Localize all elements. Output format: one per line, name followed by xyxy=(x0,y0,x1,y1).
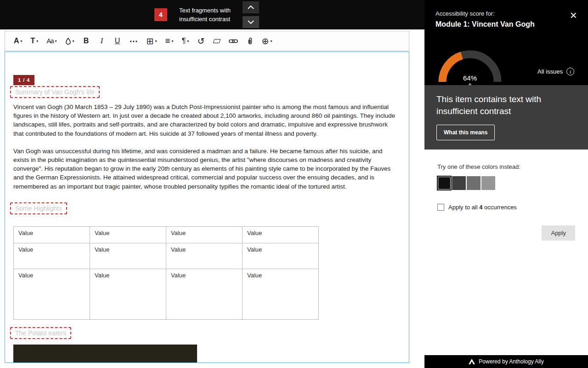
table-cell[interactable]: Value xyxy=(90,269,166,320)
apply-all-label: Apply to all 4 occurrences xyxy=(448,204,517,211)
apply-all-row: Apply to all 4 occurrences xyxy=(437,204,575,211)
chevron-up-icon xyxy=(248,6,254,9)
chevron-down-icon xyxy=(248,20,254,24)
table-cell[interactable]: Value xyxy=(243,227,319,243)
chevron-down-icon: ▾ xyxy=(21,39,23,43)
content-table: Value Value Value Value Value Value Valu… xyxy=(13,226,319,320)
table-row: Value Value Value Value xyxy=(14,269,319,320)
footer-text: Powered by Anthology Ally xyxy=(479,358,543,365)
bold-icon: B xyxy=(84,37,89,45)
align-button[interactable]: ≡ ▾ xyxy=(162,34,176,48)
score-value: 64% xyxy=(435,74,504,82)
previous-issue-button[interactable] xyxy=(243,1,259,13)
panel-score-section: Accessibility score for: Module 1: Vince… xyxy=(424,0,588,85)
issue-navigator: 4 Text fragments with insufficient contr… xyxy=(154,0,259,29)
apply-all-prefix: Apply to all xyxy=(448,204,479,211)
align-icon: ≡ xyxy=(165,36,170,46)
chevron-down-icon: ▾ xyxy=(155,39,157,43)
issue-position-badge: 1 / 4 xyxy=(13,75,34,85)
apply-all-checkbox[interactable] xyxy=(437,204,444,211)
editor-content-area[interactable]: 1 / 4 Summary of Van Gogh's life Vincent… xyxy=(5,52,409,363)
issue-summary-line2: insufficient contrast xyxy=(179,15,231,23)
accessibility-panel: Accessibility score for: Module 1: Vince… xyxy=(424,0,588,368)
table-cell[interactable]: Value xyxy=(166,227,243,243)
chevron-down-icon: ▾ xyxy=(172,39,174,43)
eraser-icon xyxy=(213,39,220,43)
issue-nav-buttons xyxy=(243,1,259,28)
all-issues-button[interactable]: All issues i xyxy=(535,67,577,76)
paragraph-2: Van Gogh was unsuccessful during his lif… xyxy=(13,147,396,191)
apply-button[interactable]: Apply xyxy=(542,225,575,241)
issue-summary-text: Text fragments with insufficient contras… xyxy=(179,6,231,23)
text-style-button[interactable]: T ▾ xyxy=(28,34,42,48)
body-text: Vincent van Gogh (30 March 1853 – 29 Jul… xyxy=(13,103,396,200)
paragraph-icon: ¶ xyxy=(182,37,186,45)
clear-formatting-button[interactable] xyxy=(210,34,224,48)
table-cell[interactable]: Value xyxy=(14,269,90,320)
issue-summary-line1: Text fragments with xyxy=(179,6,231,15)
table-cell[interactable]: Value xyxy=(166,269,243,320)
table-cell[interactable]: Value xyxy=(14,227,90,243)
insert-table-button[interactable]: ⊞ ▾ xyxy=(143,34,160,48)
highlight-color-button[interactable]: ▾ xyxy=(62,34,78,48)
editor-toolbar: A ▾ T ▾ Aa ▾ ▾ B I U ⋯ ⊞ ▾ ≡ ▾ ¶ ▾ ↺ xyxy=(5,31,409,51)
underline-button[interactable]: U xyxy=(111,34,124,48)
apply-all-suffix: occurrences xyxy=(482,204,516,211)
table-cell[interactable]: Value xyxy=(14,243,90,269)
apply-row: Apply xyxy=(437,225,575,241)
panel-fix-section: Try one of these colors instead: Apply t… xyxy=(424,150,588,355)
flagged-heading-potato-eaters[interactable]: The Potato eaters xyxy=(10,327,71,339)
ellipsis-icon: ⋯ xyxy=(130,36,138,46)
color-swatch-list xyxy=(437,176,575,190)
panel-header-label: Accessibility score for: xyxy=(435,10,577,17)
text-color-button[interactable]: A ▾ xyxy=(11,34,26,48)
chevron-down-icon: ▾ xyxy=(36,39,38,43)
color-swatch-3[interactable] xyxy=(467,176,481,190)
more-formatting-button[interactable]: ⋯ xyxy=(126,34,141,48)
panel-footer: Powered by Anthology Ally xyxy=(424,355,588,368)
close-panel-button[interactable]: × xyxy=(568,9,579,21)
underline-icon: U xyxy=(115,37,120,45)
insert-content-button[interactable]: ⊕ ▾ xyxy=(259,34,276,48)
insert-link-button[interactable] xyxy=(226,34,241,48)
paragraph-format-button[interactable]: ¶ ▾ xyxy=(179,34,192,48)
color-swatch-1[interactable] xyxy=(437,176,451,190)
bold-button[interactable]: B xyxy=(79,34,93,48)
font-size-button[interactable]: Aa ▾ xyxy=(43,34,60,48)
table-cell[interactable]: Value xyxy=(243,269,319,320)
font-size-icon: Aa xyxy=(46,37,53,45)
flagged-heading-highlights[interactable]: Some Highlights xyxy=(10,202,67,214)
table-cell[interactable]: Value xyxy=(90,243,166,269)
attach-file-button[interactable] xyxy=(243,34,257,48)
issue-count-badge: 4 xyxy=(154,8,167,21)
text-color-icon: A xyxy=(14,37,19,45)
close-icon: × xyxy=(570,8,577,22)
all-issues-label: All issues xyxy=(537,68,563,75)
what-this-means-button[interactable]: What this means xyxy=(436,125,495,140)
plus-circle-icon: ⊕ xyxy=(262,36,269,46)
text-style-icon: T xyxy=(31,37,35,45)
panel-title: Module 1: Vincent Van Gogh xyxy=(435,20,577,29)
issue-description: This item contains text with insufficien… xyxy=(436,93,565,117)
next-issue-button[interactable] xyxy=(243,16,259,28)
potato-eaters-image[interactable] xyxy=(13,345,197,363)
italic-button[interactable]: I xyxy=(95,34,109,48)
ink-droplet-icon xyxy=(65,38,71,45)
link-icon xyxy=(229,39,238,44)
chevron-down-icon: ▾ xyxy=(271,39,272,43)
table-cell[interactable]: Value xyxy=(90,227,166,243)
table-cell[interactable]: Value xyxy=(166,243,243,269)
accessibility-score-gauge: 64% xyxy=(435,43,504,85)
italic-icon: I xyxy=(101,36,103,46)
undo-button[interactable]: ↺ xyxy=(194,34,208,48)
table-icon: ⊞ xyxy=(147,36,154,46)
flagged-heading-summary[interactable]: Summary of Van Gogh's life xyxy=(10,86,100,98)
chevron-down-icon: ▾ xyxy=(73,39,74,43)
table-cell[interactable]: Value xyxy=(243,243,319,269)
paragraph-1: Vincent van Gogh (30 March 1853 – 29 Jul… xyxy=(13,103,396,138)
undo-icon: ↺ xyxy=(198,36,205,46)
color-swatch-4[interactable] xyxy=(481,176,495,190)
panel-issue-section: This item contains text with insufficien… xyxy=(424,85,588,150)
color-swatch-2[interactable] xyxy=(452,176,466,190)
chevron-down-icon: ▾ xyxy=(187,39,189,43)
